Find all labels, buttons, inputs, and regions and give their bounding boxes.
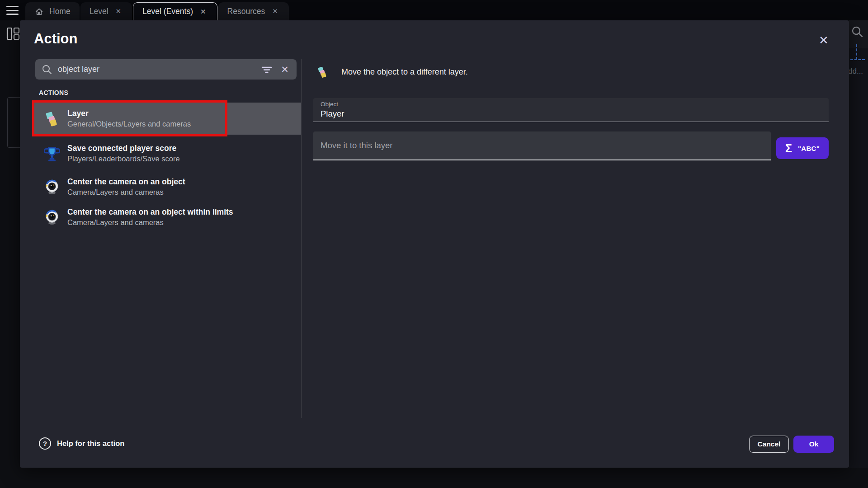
tab-label: Level (Events) [142,7,193,16]
action-path: Camera/Layers and cameras [67,188,185,197]
selection-dashed-outline [856,44,857,60]
action-path: Camera/Layers and cameras [67,218,233,227]
panel-divider [301,59,302,418]
webcam-icon [44,178,60,195]
field-value: Player [321,109,344,119]
ok-button[interactable]: Ok [793,436,834,453]
tab-level[interactable]: Level ✕ [80,2,132,20]
tab-level-events[interactable]: Level (Events) ✕ [133,2,217,20]
search-bar: ✕ [35,59,297,80]
cancel-button[interactable]: Cancel [749,436,789,453]
layers-icon [44,111,60,127]
action-path: Players/Leaderboards/Save score [67,154,180,164]
filter-button[interactable] [258,61,276,79]
actions-section-header: ACTIONS [39,89,68,96]
tab-label: Home [49,7,71,16]
filter-icon [261,65,273,75]
dialog-close-button[interactable]: ✕ [814,30,834,50]
truncated-background-label: dd... [848,67,863,76]
layer-input[interactable] [313,131,771,160]
help-icon: ? [39,437,51,450]
help-label: Help for this action [57,439,124,448]
trophy-icon [44,145,60,161]
background-canvas-strip [849,20,868,468]
action-list-item[interactable]: Center the camera on an object within li… [34,202,301,232]
tab-label: Resources [227,7,265,16]
action-description: Move the object to a different layer. [341,67,468,77]
dialog-title: Action [34,30,77,47]
close-icon[interactable]: ✕ [114,6,123,16]
tab-bar: Home Level ✕ Level (Events) ✕ Resources … [0,0,868,20]
expression-button-label: "ABC" [798,145,820,152]
action-description-row: Move the object to a different layer. [316,66,468,78]
action-list-item[interactable]: Center the camera on an object Camera/La… [34,172,301,202]
close-icon[interactable]: ✕ [198,7,208,17]
tab-label: Level [90,7,108,16]
clear-search-button[interactable]: ✕ [276,61,294,79]
close-icon[interactable]: ✕ [270,6,280,16]
layers-icon [316,66,329,78]
help-button[interactable]: ? Help for this action [39,436,124,450]
tab-home[interactable]: Home [25,2,80,20]
selection-dashed-outline [850,59,865,60]
home-icon [34,7,44,16]
object-field[interactable]: Object Player [313,98,829,122]
tab-resources[interactable]: Resources ✕ [218,2,289,20]
action-dialog: Action ✕ ✕ ACTIONS [20,20,849,468]
action-title: Center the camera on an object within li… [67,207,233,217]
expression-editor-button[interactable]: Σ "ABC" [776,137,829,159]
webcam-icon [44,209,60,225]
search-icon [851,25,863,38]
hamburger-menu-button[interactable] [6,6,19,15]
action-title: Save connected player score [67,143,180,153]
search-icon [42,64,52,75]
hamburger-icon [6,6,19,7]
action-title: Center the camera on an object [67,177,185,187]
screen: dd... Home Level ✕ Level (Events) ✕ Reso… [0,0,868,488]
action-path: General/Objects/Layers and cameras [67,119,191,129]
action-title: Layer [67,108,191,118]
layout-panels-icon [6,27,20,41]
sigma-icon: Σ [785,143,792,154]
action-list-item[interactable]: Save connected player score Players/Lead… [34,138,301,168]
search-input[interactable] [58,65,258,74]
close-icon: ✕ [281,64,289,75]
field-label: Object [321,101,338,108]
tab-strip: Home Level ✕ Level (Events) ✕ Resources … [25,2,289,20]
close-icon: ✕ [819,33,829,47]
layer-field [313,131,771,160]
action-list-item[interactable]: Layer General/Objects/Layers and cameras [34,103,301,135]
